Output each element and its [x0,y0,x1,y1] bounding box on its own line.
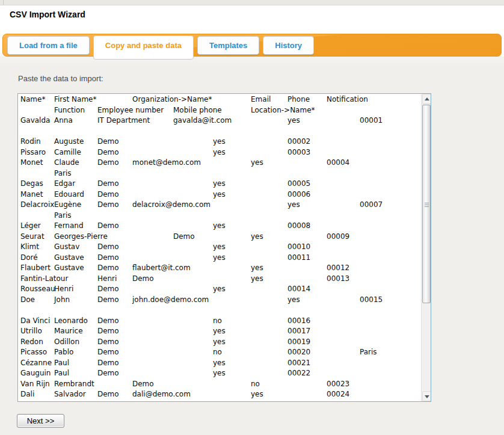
textarea-cell: Demo [97,137,119,146]
textarea-cell: Grenoble [54,401,87,402]
textarea-cell: Picasso [20,348,47,356]
textarea-line: FlaubertGustaveDemoflaubert@it.comyes000… [20,264,420,274]
textarea-cell: Demo [97,253,119,262]
textarea-cell: 00020 [287,348,310,356]
textarea-cell: Manet [20,190,43,199]
textarea-cell: 00004 [327,158,349,167]
textarea-cell: yes [251,390,263,398]
textarea-cell: yes [287,116,300,125]
textarea-cell: 00008 [287,221,310,230]
textarea-cell: Gustav [54,242,79,251]
tab-copy-and-paste-data[interactable]: Copy and paste data [93,35,194,60]
scrollbar-up-button[interactable] [422,94,431,104]
textarea-cell: Henri [97,274,117,283]
textarea-cell: Paris [54,169,72,177]
textarea-cell: yes [213,148,226,156]
textarea-line: RodinAugusteDemoyes00002 [20,137,420,147]
textarea-cell: Demo [97,359,119,367]
textarea-cell: Demo [97,285,119,293]
textarea-cell: yes [213,137,226,146]
textarea-cell: 00016 [287,316,310,325]
textarea-cell: Gustave [54,253,84,262]
textarea-line: Fantin-LatourHenriDemoyes00013 [20,274,420,285]
textarea-cell: Paris [360,348,377,356]
textarea-cell: Eugène [54,200,81,209]
textarea-cell: yes [213,327,226,335]
textarea-cell: 00023 [327,380,349,388]
textarea-line: DelacroixEugèneDemodelacroix@demo.comyes… [20,200,420,211]
textarea-cell: Anna [54,116,73,125]
textarea-cell: yes [251,158,263,167]
textarea-cell: yes [251,232,263,241]
textarea-cell: gavalda@it.com [173,116,232,125]
textarea-cell: Demo [97,221,119,230]
scroll-down-arrow-icon [425,395,429,398]
textarea-cell: 00024 [327,390,349,398]
vertical-scrollbar[interactable] [421,94,431,401]
textarea-cell: Email [251,95,271,103]
textarea-cell: yes [213,221,226,230]
textarea-cell: Demo [97,338,119,346]
textarea-cell: 00015 [360,295,383,304]
textarea-cell: no [213,348,222,356]
textarea-line: UtrilloMauriceDemoyes00017 [20,327,420,337]
textarea-cell: Henri [54,285,73,293]
textarea-cell: yes [251,274,263,283]
textarea-line: Name*First Name*Organization->Name*Email… [20,95,420,105]
textarea-cell: Gauguin [20,369,51,377]
textarea-line: RedonOdillonDemoyes00019 [20,338,420,348]
textarea-cell: yes [287,295,300,304]
textarea-cell: Maurice [54,327,83,335]
textarea-cell: monet@demo.com [132,158,201,167]
textarea-line: PissaroCamilleDemoyes00003 [20,148,420,158]
textarea-cell: Monet [20,158,43,167]
textarea-line: MonetClaudeDemomonet@demo.comyes00004 [20,158,420,168]
next-button[interactable]: Next >> [17,414,64,428]
paste-data-label: Paste the data to import: [18,74,103,83]
textarea-line: RousseauHenriDemoyes00014 [20,285,420,295]
textarea-line: GavaldaAnnaIT Departmentgavalda@it.comye… [20,116,420,126]
textarea-cell: Demo [97,369,119,377]
textarea-cell: Notification [327,95,368,103]
textarea-cell: Mobile phone [173,106,222,114]
textarea-cell: Paris [54,211,72,220]
tab-templates[interactable]: Templates [197,36,259,55]
textarea-cell: 00021 [287,359,310,367]
textarea-cell: yes [213,359,226,367]
textarea-cell: no [213,316,222,325]
textarea-cell: Demo [97,158,119,167]
textarea-cell: Van Rijn [20,380,50,388]
textarea-cell: First Name* [54,95,96,103]
textarea-cell: Flaubert [20,264,51,272]
textarea-cell: yes [213,369,226,377]
scrollbar-thumb[interactable] [422,105,431,303]
textarea-line: DegasEdgarDemoyes00005 [20,179,420,190]
textarea-cell: Rousseau [20,285,55,293]
textarea-cell: Rembrandt [54,380,94,388]
textarea-cell: Demo [97,348,119,356]
textarea-cell: Camille [54,148,81,156]
textarea-cell: 00002 [287,137,310,146]
textarea-cell: Gustave [54,264,84,272]
textarea-cell: yes [213,338,226,346]
textarea-cell: Demo [97,242,119,251]
textarea-cell: 00010 [287,242,310,251]
textarea-cell: dali@demo.com [132,390,191,398]
textarea-cell: Odillon [54,338,79,346]
tab-bar: Load from a fileCopy and paste dataTempl… [2,34,502,57]
scroll-up-arrow-icon [425,97,429,100]
textarea-cell: Paul [54,359,69,367]
import-panel: Paste the data to import: Name*First Nam… [0,57,504,435]
tab-load-from-file[interactable]: Load from a file [7,36,90,55]
textarea-cell: 00013 [327,274,349,283]
textarea-cell: Léger [20,221,41,230]
textarea-cell: Paul [54,369,69,377]
textarea-cell: Demo [97,264,119,272]
textarea-cell: Fantin-Latour [20,274,68,283]
textarea-cell: Demo [97,327,119,335]
textarea-cell: IT Department [97,116,150,125]
textarea-cell: 00006 [287,190,310,199]
paste-data-textarea[interactable]: Name*First Name*Organization->Name*Email… [17,93,431,402]
tab-history[interactable]: History [263,36,314,55]
scrollbar-down-button[interactable] [422,391,431,401]
